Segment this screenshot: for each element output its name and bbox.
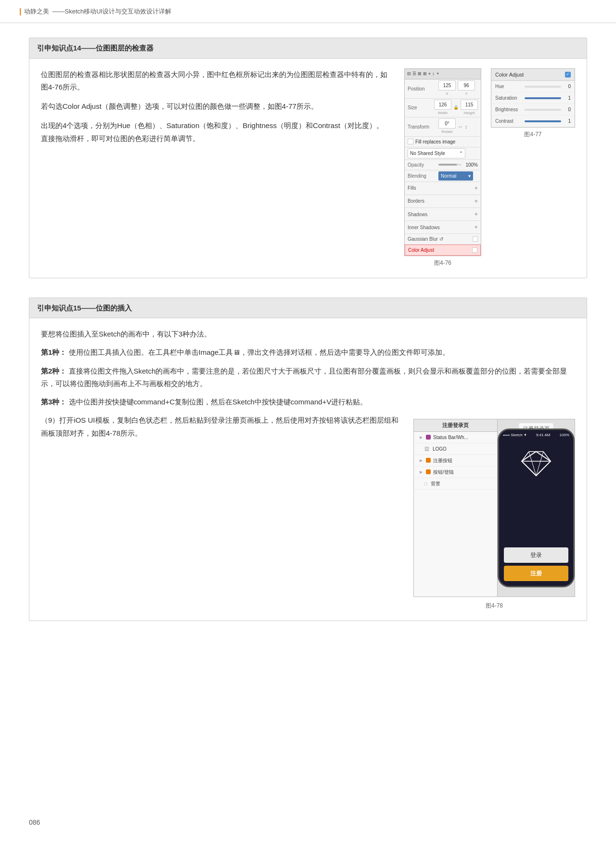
status-time: 9:41 AM (536, 432, 550, 439)
tool-icon-4: ⊞ (423, 70, 427, 78)
ca-checkbox[interactable]: ✓ (565, 72, 571, 78)
layer-expand-0: ▶ (420, 434, 423, 441)
tool-icon-5: ⌖ (428, 70, 431, 78)
fill-checkbox[interactable] (408, 139, 413, 144)
ca-brightness-row: Brightness 0 (491, 104, 575, 116)
section-14-figures: ⊟ ☰ ⊞ ⊞ ⌖ ↕ ⚬ Position (404, 68, 575, 268)
fig77-label: 图4-77 (491, 130, 575, 139)
fills-label: Fills (408, 184, 416, 192)
ca-header: Color Adjust ✓ (491, 69, 575, 81)
h-col: 115 Height (461, 100, 478, 117)
step9-text-col: （9）打开iOS UI模板，复制白色状态栏，然后粘贴到登录注册页画板上，然后使用… (41, 414, 399, 445)
shared-style-arrow: ⌃ (459, 149, 463, 157)
section-15-intro: 要想将位图插入至Sketch的画布中，有以下3种办法。 (41, 328, 575, 340)
inner-shadows-row: Inner Shadows + (405, 221, 481, 234)
h-input[interactable]: 115 (461, 100, 478, 110)
layer-item-4[interactable]: □ 背景 (414, 478, 497, 490)
ca-hue-slider[interactable] (525, 86, 561, 88)
fills-add[interactable]: + (474, 183, 478, 194)
flip-v-icon: ↕ (465, 122, 468, 131)
ca-brightness-val: 0 (564, 105, 571, 114)
rotate-input[interactable]: 0° (438, 118, 456, 129)
blending-dropdown[interactable]: Normal ▾ (438, 171, 473, 181)
section-15-body: 要想将位图插入至Sketch的画布中，有以下3种办法。 第1种： 使用位图工具插… (29, 318, 587, 621)
diamond-svg (519, 449, 553, 478)
ca-saturation-label: Saturation (495, 94, 522, 102)
layer-label-3: 按钮/登陆 (433, 468, 454, 476)
section-14-p3: 出现的4个选项，分别为Hue（色相）、Saturation（饱和度）、Brigh… (41, 119, 390, 145)
gaussian-blur-row: Gaussian Blur ↺ (405, 234, 481, 245)
layer-color-0 (426, 435, 431, 440)
section-15-box: 引申知识点15——位图的插入 要想将位图插入至Sketch的画布中，有以下3种办… (29, 298, 587, 621)
shadows-add[interactable]: + (474, 209, 478, 220)
ca-brightness-slider[interactable] (525, 109, 561, 111)
gaussian-checkbox[interactable] (473, 236, 478, 242)
y-input[interactable]: 96 (458, 80, 475, 91)
header-subtitle: ——Sketch移动UI设计与交互动效设计详解 (52, 6, 171, 17)
status-right: 100% (560, 432, 569, 439)
checkmark-icon: ✓ (566, 71, 570, 78)
layers-panel: 注册登录页 ▶ Status Bar/Wh... 🖼 LOGO (413, 419, 498, 597)
shadows-label: Shadows (408, 210, 427, 219)
section-15-header: 引申知识点15——位图的插入 (29, 298, 587, 319)
ca-hue-label: Hue (495, 82, 522, 91)
w-input[interactable]: 126 (434, 100, 451, 110)
borders-add[interactable]: + (474, 196, 478, 207)
ca-saturation-row: Saturation 1 (491, 92, 575, 104)
w-sublabel: Width (438, 110, 448, 117)
shared-style-dropdown[interactable]: No Shared Style ⌃ (408, 148, 465, 158)
opacity-slider[interactable] (438, 164, 462, 166)
x-col: 125 X (438, 80, 456, 97)
blending-row: Blending Normal ▾ (405, 170, 481, 182)
ca-title: Color Adjust (495, 70, 524, 79)
figure-77-wrap: Color Adjust ✓ Hue 0 (491, 68, 575, 140)
position-row: Position 125 X 96 Y (405, 79, 481, 99)
size-label: Size (408, 104, 432, 112)
page-footer: 086 (29, 817, 40, 829)
ca-contrast-slider[interactable] (525, 120, 561, 122)
fig78-wrap: 注册登录页 ▶ Status Bar/Wh... 🖼 LOGO (413, 414, 575, 610)
section-15-m2: 第2种： 直接将位图文件拖入Sketch的画布中，需要注意的是，若位图尺寸大于画… (41, 365, 575, 390)
layer-item-2[interactable]: ▶ 注册按钮 (414, 455, 497, 467)
fill-replaces-row: Fill replaces image (405, 137, 481, 147)
inner-shadows-add[interactable]: + (474, 222, 478, 233)
section-14-box: 引申知识点14——位图图层的检查器 位图图层的检查器相比形状图层的检查器大同小异… (29, 38, 587, 278)
ca-saturation-slider[interactable] (525, 97, 561, 99)
x-sublabel: X (446, 91, 448, 97)
color-adjust-checkbox[interactable] (472, 247, 477, 253)
login-button[interactable]: 登录 (504, 547, 568, 563)
layer-label-4: 背景 (431, 480, 440, 488)
ca-hue-val: 0 (564, 82, 571, 91)
method3-label: 第3种： (41, 398, 66, 406)
section-15-m3: 第3种： 选中位图并按快捷键command+C复制位图，然后在Sketch中按快… (41, 396, 575, 408)
x-input[interactable]: 125 (438, 80, 456, 91)
blending-label: Blending (408, 172, 436, 180)
main-content: 引申知识点14——位图图层的检查器 位图图层的检查器相比形状图层的检查器大同小异… (0, 23, 616, 669)
w-col: 126 Width (434, 100, 451, 117)
ca-hue-row: Hue 0 (491, 81, 575, 92)
lock-icon: 🔒 (453, 104, 459, 111)
tool-icon-2: ☰ (412, 70, 416, 78)
page-number: 086 (29, 818, 40, 826)
section-14-body: 位图图层的检查器相比形状图层的检查器大同小异，图中红色框所标记出来的为位图图层检… (29, 59, 587, 278)
step9-wrap: （9）打开iOS UI模板，复制白色状态栏，然后粘贴到登录注册页画板上，然后使用… (41, 414, 575, 610)
method2-text: 直接将位图文件拖入Sketch的画布中，需要注意的是，若位图尺寸大于画板尺寸，且… (41, 367, 567, 388)
h-sublabel: Height (463, 110, 475, 117)
fig76-label: 图4-76 (404, 258, 481, 268)
fig78-label: 图4-78 (486, 601, 503, 610)
phone-bottom: 登录 注册 (499, 545, 573, 586)
fills-row: Fills + (405, 182, 481, 195)
tool-icon-3: ⊞ (418, 70, 422, 78)
borders-label: Borders (408, 197, 424, 205)
layer-icon-1: 🖼 (424, 445, 429, 453)
layer-item-0[interactable]: ▶ Status Bar/Wh... (414, 432, 497, 443)
blending-value: Normal (441, 172, 456, 180)
ca-brightness-label: Brightness (495, 105, 522, 114)
layer-icon-4: □ (424, 480, 427, 488)
phone-content (499, 440, 573, 545)
shared-style-label: No Shared Style (410, 149, 445, 157)
register-button[interactable]: 注册 (504, 566, 568, 581)
method1-label: 第1种： (41, 348, 66, 356)
layer-item-1[interactable]: 🖼 LOGO (414, 443, 497, 455)
layer-item-3[interactable]: ▶ 按钮/登陆 (414, 467, 497, 478)
